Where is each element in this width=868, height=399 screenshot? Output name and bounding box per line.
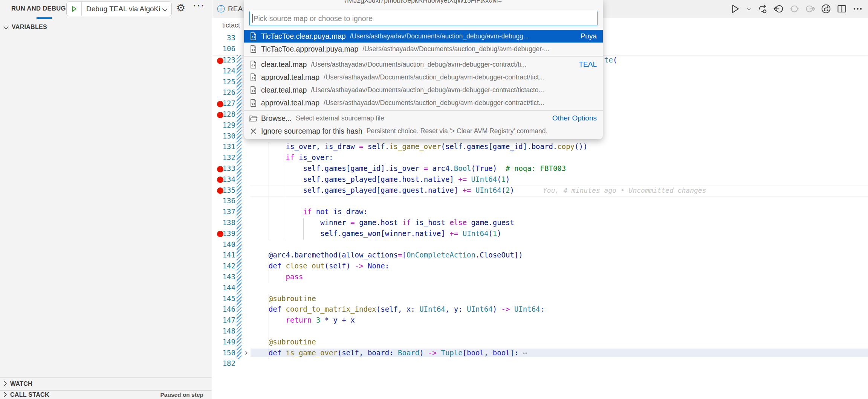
code-token: +=: [458, 175, 467, 183]
quickpick-group-label[interactable]: Other Options: [552, 114, 597, 122]
quickpick-item-description: /Users/asthayadav/Documents/auction_debu…: [324, 73, 597, 81]
quickpick-input[interactable]: Pick source map or choose to ignore: [249, 11, 598, 26]
code-token: (self.games[game_id].board.: [441, 142, 557, 151]
code-line-139[interactable]: 139self.games_won[winner.native] += UInt…: [212, 229, 868, 240]
code-token: [437, 349, 441, 357]
line-number: 131: [212, 142, 235, 151]
code-token: winner: [320, 218, 350, 227]
quickpick-title-hash: /IvlJ2gXJdxl7pmobtOepkRHdoMyetXqW15FlFtk…: [244, 0, 603, 8]
quickpick-item[interactable]: clear.teal.map/Users/asthayadav/Document…: [244, 58, 603, 71]
code-token: is_over, is_draw: [286, 142, 359, 151]
code-line-150[interactable]: 150def is_game_over(self, board: Board) …: [212, 348, 868, 359]
line-number: 129: [212, 121, 235, 129]
quickpick-item[interactable]: approval.teal.map/Users/asthayadav/Docum…: [244, 71, 603, 84]
quickpick-item-label: clear.teal.map: [261, 60, 307, 69]
quickpick-item[interactable]: approval.teal.map/Users/asthayadav/Docum…: [244, 96, 603, 109]
quickpick-item-description: Persistent choice. Reset via '> Clear AV…: [367, 127, 597, 135]
code-line-138[interactable]: 138winner = game.host if is_host else ga…: [212, 218, 868, 229]
start-debugging-icon[interactable]: [67, 2, 82, 16]
code-line-text: is_over, is_draw = self.is_game_over(sel…: [251, 142, 868, 151]
code-token: (: [488, 229, 492, 238]
code-line-136[interactable]: 136: [212, 196, 868, 207]
code-line-133[interactable]: 133self.games[game_id].is_over = arc4.Bo…: [212, 164, 868, 175]
line-number: 133: [212, 164, 235, 172]
line-number: 137: [212, 207, 235, 216]
code-token: Tuple: [441, 349, 462, 357]
code-line-text: pass: [251, 273, 868, 281]
quickpick-separator: [244, 110, 603, 111]
sourcemap-quickpick: /IvlJ2gXJdxl7pmobtOepkRHdoMyetXqW15FlFtk…: [244, 0, 603, 139]
code-line-137[interactable]: 137if not is_draw:: [212, 207, 868, 218]
quickpick-item-label: TicTacToe.approval.puya.map: [261, 45, 358, 53]
fold-collapsed-icon[interactable]: [243, 350, 249, 357]
code-line-148[interactable]: 148: [212, 326, 868, 337]
code-line-140[interactable]: 140: [212, 240, 868, 251]
code-line-144[interactable]: 144: [212, 283, 868, 294]
code-token: +=: [463, 186, 471, 194]
code-token: UInt64: [463, 229, 489, 238]
code-line-135[interactable]: 135self.games_played[game.guest.native] …: [212, 186, 868, 196]
quickpick-item[interactable]: Browse...Select external sourcemap fileO…: [244, 112, 603, 125]
code-token: ->: [428, 349, 437, 357]
code-line-143[interactable]: 143pass: [212, 272, 868, 283]
line-number: 144: [212, 283, 235, 292]
line-number: 142: [212, 262, 235, 270]
code-line-146[interactable]: 146def coord_to_matrix_index(self, x: UI…: [212, 305, 868, 315]
code-token: close_out: [286, 262, 325, 270]
quickpick-item[interactable]: clear.teal.map/Users/asthayadav/Document…: [244, 84, 603, 96]
line-number: 149: [212, 338, 235, 346]
code-line-182[interactable]: 182: [212, 359, 868, 370]
quickpick-item-description: /Users/asthayadav/Documents/auction_debu…: [362, 45, 597, 53]
launch-config-dropdown[interactable]: Debug TEAL via AlgoKi: [66, 2, 172, 16]
code-line-text: @subroutine: [251, 338, 868, 346]
variables-section-header[interactable]: VARIABLES: [0, 21, 212, 33]
code-token: copy: [557, 142, 575, 151]
quickpick-item[interactable]: TicTacToe.approval.puya.map/Users/asthay…: [244, 43, 603, 55]
watch-section-header[interactable]: WATCH: [0, 377, 212, 390]
quickpick-item-description: /Users/asthayadav/Documents/auction_debu…: [311, 61, 573, 69]
code-token: self.games_won[winner.native]: [320, 229, 449, 238]
code-token: self.games[game_id].is_over: [303, 164, 423, 172]
line-number: 130: [212, 132, 235, 140]
line-number: 143: [212, 273, 235, 281]
code-token: ): [419, 349, 428, 357]
sidebar-more-actions-icon[interactable]: ···: [193, 1, 205, 11]
code-token: 3: [316, 316, 320, 324]
code-line-134[interactable]: 134self.games_played[game.host.native] +…: [212, 175, 868, 186]
chevron-down-icon: [161, 5, 171, 13]
file-code-icon: [249, 32, 258, 41]
code-token: is_over:: [294, 153, 333, 161]
quickpick-item-label: TicTacToe.clear.puya.map: [261, 32, 346, 41]
code-token: def: [269, 305, 286, 313]
debug-status-badge: Paused on step: [160, 391, 203, 398]
folder-icon: [249, 114, 258, 123]
quickpick-item[interactable]: TicTacToe.clear.puya.map/Users/asthayada…: [244, 30, 603, 43]
quickpick-item[interactable]: Ignore sourcemap for this hashPersistent…: [244, 125, 603, 137]
code-line-text: def coord_to_matrix_index(self, x: UInt6…: [251, 305, 868, 313]
code-token: [: [402, 251, 406, 259]
code-line-141[interactable]: 141@arc4.baremethod(allow_actions=[OnCom…: [212, 250, 868, 261]
chevron-right-icon: [3, 381, 7, 388]
line-number: 138: [212, 218, 235, 227]
indent-guide: [303, 218, 304, 240]
code-token: ()): [575, 142, 587, 151]
code-token: 2: [506, 186, 510, 194]
code-token: else: [449, 218, 467, 227]
code-line-145[interactable]: 145@subroutine: [212, 294, 868, 305]
code-line-132[interactable]: 132if is_over:: [212, 153, 868, 164]
code-line-149[interactable]: 149@subroutine: [212, 337, 868, 348]
code-line-142[interactable]: 142def close_out(self) -> None:: [212, 261, 868, 272]
file-code-icon: [249, 73, 258, 82]
code-line-131[interactable]: 131is_over, is_draw = self.is_game_over(…: [212, 142, 868, 153]
code-token: ): [493, 164, 506, 172]
code-line-147[interactable]: 147return 3 * y + x: [212, 315, 868, 326]
indent-guide: [286, 164, 286, 240]
gear-icon[interactable]: ⚙: [176, 2, 185, 14]
line-number: 132: [212, 153, 235, 161]
quickpick-item-description: Select external sourcemap file: [296, 114, 547, 122]
code-token: (self, board:: [338, 349, 398, 357]
code-token: UInt64: [419, 305, 445, 313]
chevron-down-icon: [3, 24, 9, 31]
code-line-text: winner = game.host if is_host else game.…: [251, 218, 868, 227]
indent-guide: [269, 294, 269, 359]
